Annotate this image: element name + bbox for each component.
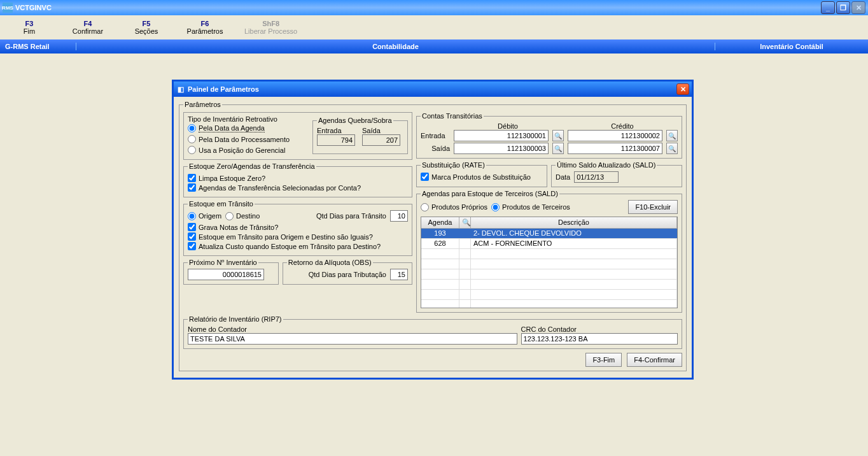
opt-posicao-gerencial[interactable]: Usa a Posição do Gerencial (188, 146, 309, 154)
parametros-legend: Parâmetros (183, 101, 222, 108)
binoculars-icon[interactable]: 🔍 (666, 143, 678, 154)
chk-atualiza-custo[interactable]: Atualiza Custo quando Estoque em Trânsit… (188, 242, 408, 250)
col-descricao: Descrição (471, 217, 677, 228)
parametros-group: Parâmetros Tipo de Inventário Retroativo… (179, 101, 687, 371)
context-bar: G-RMS Retail Contabilidade Inventário Co… (0, 39, 868, 53)
ultimo-saldo-group: Último Saldo Atualizado (SALD) Data (551, 161, 682, 187)
nome-contador-label: Nome do Contador (188, 325, 517, 333)
debito-label: Débito (452, 122, 563, 130)
opt-data-processamento[interactable]: Pela Data do Processamento (188, 135, 309, 143)
opt-produtos-proprios[interactable]: Produtos Próprios (421, 203, 487, 211)
proximo-inventario-group: Próximo Nº Inventário (183, 259, 279, 285)
context-center: Contabilidade (76, 43, 715, 50)
table-row[interactable]: 628ACM - FORNECIMENTO (421, 239, 677, 249)
table-row[interactable] (421, 280, 677, 290)
window-close-button[interactable]: ✕ (851, 1, 865, 14)
tipo-inventario-group: Tipo de Inventário Retroativo Pela Data … (183, 112, 412, 160)
relatorio-inventario-group: Relatório de Inventário (RIP7) Nome do C… (183, 315, 682, 349)
table-row[interactable] (421, 300, 677, 308)
minimize-button[interactable]: _ (821, 1, 835, 14)
chk-agendas-transf[interactable]: Agendas de Transferência Selecionadas po… (188, 183, 408, 192)
maximize-button[interactable]: ❐ (836, 1, 850, 14)
table-row[interactable] (421, 249, 677, 259)
saida-field[interactable] (362, 134, 400, 146)
fkey-f6[interactable]: F6Parâmetros (186, 20, 224, 35)
dialog-title: Painel de Parâmetros (188, 85, 676, 93)
agendas-terceiros-group: Agendas para Estoque de Terceiros (SALD)… (416, 190, 682, 313)
entrada-debito-field[interactable] (454, 130, 549, 141)
qtd-tributacao-label: Qtd Dias para Tributação (309, 271, 386, 278)
table-row[interactable] (421, 290, 677, 300)
context-right: Inventário Contábil (715, 43, 868, 50)
entrada-label: Entrada (317, 127, 358, 134)
table-row[interactable] (421, 259, 677, 269)
chk-marca-produtos[interactable]: Marca Produtos de Substituição (421, 173, 543, 181)
window-title: VCTGINVC (15, 4, 820, 11)
agendas-quebra-sobra-group: Agendas Quebra/Sobra Entrada Saída (312, 117, 408, 154)
chk-origem-destino-iguais[interactable]: Estoque em Trânsito para Origem e Destin… (188, 232, 408, 241)
crc-contador-label: CRC do Contador (521, 325, 678, 333)
binoculars-icon[interactable]: 🔍 (552, 130, 564, 141)
window-titlebar: RMS VCTGINVC _ ❐ ✕ (0, 0, 868, 15)
excluir-button[interactable]: F10-Excluir (628, 200, 678, 214)
parameters-dialog: ◧ Painel de Parâmetros ✕ Parâmetros Tipo… (172, 80, 694, 380)
qtd-tributacao-field[interactable] (390, 269, 408, 280)
opt-origem[interactable]: Origem (188, 212, 221, 220)
saida-credito-field[interactable] (568, 143, 662, 154)
agendas-grid[interactable]: Agenda 🔍 Descrição 1932- DEVOL. CHEQUE D… (421, 217, 678, 308)
confirmar-button[interactable]: F4-Confirmar (627, 353, 682, 367)
chk-grava-notas[interactable]: Grava Notas de Trânsito? (188, 223, 408, 231)
chk-limpa-estoque[interactable]: Limpa Estoque Zero? (188, 174, 408, 182)
dialog-icon: ◧ (176, 85, 185, 94)
proximo-inventario-field[interactable] (188, 269, 264, 280)
binoculars-icon[interactable]: 🔍 (459, 217, 471, 228)
fkey-shf8: ShF8Liberar Processo (244, 20, 297, 35)
table-row[interactable] (421, 269, 677, 280)
qtd-dias-field[interactable] (390, 210, 408, 222)
crc-contador-field[interactable] (521, 333, 678, 345)
saida-label: Saída (362, 127, 403, 134)
fkey-f4[interactable]: F4Confirmar (69, 20, 107, 35)
qtd-dias-label: Qtd Dias para Trânsito (316, 212, 386, 220)
fkey-bar: F3Fim F4Confirmar F5Seções F6Parâmetros … (0, 15, 868, 39)
nome-contador-field[interactable] (188, 333, 517, 345)
app-icon: RMS (3, 3, 13, 13)
data-saldo-field[interactable] (574, 171, 619, 183)
dialog-close-button[interactable]: ✕ (676, 83, 689, 95)
table-row[interactable]: 1932- DEVOL. CHEQUE DEVOLVIDO (421, 229, 677, 239)
fim-button[interactable]: F3-Fim (585, 353, 622, 367)
fkey-f3[interactable]: F3Fim (10, 20, 48, 35)
col-agenda: Agenda (421, 217, 459, 228)
credito-label: Crédito (567, 122, 678, 130)
opt-produtos-terceiros[interactable]: Produtos de Terceiros (491, 203, 570, 211)
binoculars-icon[interactable]: 🔍 (666, 130, 678, 141)
entrada-credito-field[interactable] (568, 130, 662, 141)
context-left: G-RMS Retail (0, 43, 76, 50)
opt-destino[interactable]: Destino (225, 212, 260, 220)
estoque-transito-group: Estoque em Trânsito Origem Destino Qtd D… (183, 200, 412, 256)
opt-data-agenda[interactable]: Pela Data da Agenda (188, 124, 309, 132)
dialog-titlebar: ◧ Painel de Parâmetros ✕ (174, 82, 692, 97)
retorno-aliquota-group: Retorno da Alíquota (OBS) Qtd Dias para … (283, 259, 412, 285)
fkey-f5[interactable]: F5Seções (127, 20, 165, 35)
saida-debito-field[interactable] (454, 143, 549, 154)
substituicao-group: Substituição (RATE) Marca Produtos de Su… (416, 161, 547, 187)
binoculars-icon[interactable]: 🔍 (552, 143, 564, 154)
estoque-zero-group: Estoque Zero/Agendas de Transferência Li… (183, 162, 412, 197)
entrada-field[interactable] (317, 134, 355, 146)
contas-transitorias-group: Contas Transitórias Débito Crédito Entra… (416, 112, 682, 159)
